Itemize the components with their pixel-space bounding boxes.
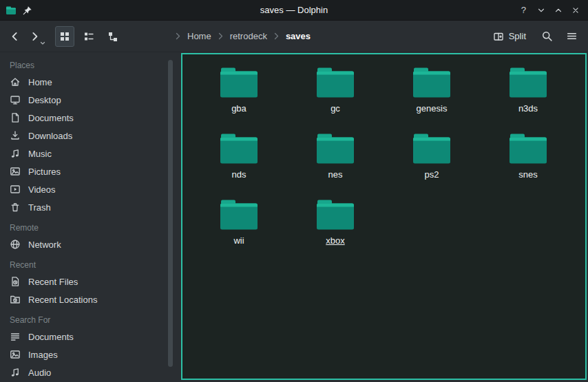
titlebar-left [0,5,32,16]
sidebar-item-label: Audio [28,368,51,378]
home-icon [10,76,21,87]
sidebar-item-label: Documents [28,113,74,123]
search-documents-icon [10,331,21,342]
folder-item-gc[interactable]: gc [287,54,384,120]
section-header: Search For [0,312,165,328]
icons-view-button[interactable] [55,26,74,47]
search-icon [541,30,553,42]
split-button[interactable]: Split [487,26,532,47]
desktop-icon [10,94,21,105]
tree-view-icon [107,31,118,42]
maximize-button[interactable] [549,2,567,19]
folder-label: ps2 [425,169,439,180]
caret-down-icon [40,41,45,45]
pin-icon[interactable] [23,6,32,15]
folder-item-gba[interactable]: gba [191,54,287,120]
sidebar-item-music[interactable]: Music [0,145,165,162]
forward-button[interactable] [25,26,44,47]
sidebar-item-images[interactable]: Images [0,346,165,363]
breadcrumb-item[interactable]: Home [187,31,211,41]
downloads-icon [10,130,21,141]
folder-view[interactable]: gba gc genesis n3ds nds nes [181,53,587,380]
breadcrumb-item[interactable]: saves [286,31,311,41]
sidebar-item-label: Recent Locations [28,295,97,305]
sidebar-item-desktop[interactable]: Desktop [0,91,165,109]
sidebar-item-label: Trash [28,202,51,213]
folder-item-genesis[interactable]: genesis [384,54,480,120]
sidebar-item-pictures[interactable]: Pictures [0,162,165,180]
sidebar-item-documents[interactable]: Documents [0,109,165,127]
music-icon [10,148,21,159]
split-icon [493,31,504,42]
folder-label: gba [231,103,246,114]
window-title: saves — Dolphin [0,5,588,15]
titlebar: saves — Dolphin ? [0,0,588,21]
breadcrumb: Home retrodeck saves [175,31,317,41]
folder-item-nds[interactable]: nds [191,120,287,187]
sidebar-item-label: Downloads [28,131,72,141]
sidebar-item-recent-files[interactable]: Recent Files [0,273,165,290]
sidebar-item-home[interactable]: Home [0,73,165,91]
sidebar-item-network[interactable]: Network [0,235,165,253]
sidebar-item-label: Videos [28,184,56,195]
sidebar-item-label: Network [28,240,61,250]
folder-item-ps2[interactable]: ps2 [384,120,480,187]
folder-item-nes[interactable]: nes [287,120,384,187]
close-icon [571,6,580,15]
section-search-for: Search For Documents Images Audio [0,312,165,381]
search-button[interactable] [537,26,556,47]
folder-item-n3ds[interactable]: n3ds [480,54,576,120]
pictures-icon [10,166,21,177]
hamburger-icon [566,30,578,42]
help-icon: ? [521,5,526,15]
folder-grid: gba gc genesis n3ds nds nes [182,54,585,253]
tree-view-button[interactable] [103,26,123,47]
recent-locations-icon [10,294,21,305]
toolbar-right: Split [487,26,581,47]
search-images-icon [10,349,21,360]
breadcrumb-segment-retrodeck: retrodeck [218,31,267,41]
section-header: Places [0,58,165,73]
sidebar-item-trash[interactable]: Trash [0,198,165,216]
recent-files-icon [10,276,21,287]
folder-icon [315,67,355,98]
section-places: Places Home Desktop Documents Downloads … [0,58,165,216]
close-button[interactable] [567,2,584,19]
sidebar-item-label: Recent Files [28,277,78,287]
search-audio-icon [10,367,21,378]
folder-icon [508,67,548,98]
sidebar-item-documents[interactable]: Documents [0,328,165,346]
folder-label: n3ds [518,103,538,114]
sidebar-scroll-strip [165,52,181,381]
back-icon [9,30,21,43]
sidebar-item-recent-locations[interactable]: Recent Locations [0,290,165,308]
back-button[interactable] [6,26,25,47]
app-folder-icon [6,5,17,16]
folder-item-xbox[interactable]: xbox [287,187,384,253]
sidebar-item-label: Images [28,350,58,360]
places-panel: Places Home Desktop Documents Downloads … [0,52,165,381]
breadcrumb-item[interactable]: retrodeck [230,31,267,41]
split-label: Split [509,31,526,41]
help-button[interactable]: ? [515,2,532,19]
icons-view-icon [59,31,70,42]
sidebar-item-audio[interactable]: Audio [0,363,165,381]
breadcrumb-segment-saves: saves [273,31,311,41]
minimize-button[interactable] [532,2,549,19]
menu-button[interactable] [562,26,581,47]
sidebar-scrollbar[interactable] [168,60,173,367]
folder-item-wii[interactable]: wii [191,187,287,253]
details-view-button[interactable] [79,26,98,47]
sidebar-item-label: Pictures [28,167,61,177]
folder-item-snes[interactable]: snes [480,120,576,187]
folder-label: snes [518,169,537,180]
sidebar-item-downloads[interactable]: Downloads [0,127,165,145]
section-recent: Recent Recent Files Recent Locations [0,257,165,308]
breadcrumb-segment-home: Home [175,31,211,41]
content: Places Home Desktop Documents Downloads … [0,52,588,381]
sidebar-item-label: Desktop [28,95,61,105]
network-icon [10,239,21,250]
trash-icon [10,202,21,213]
folder-icon [315,133,355,165]
sidebar-item-videos[interactable]: Videos [0,180,165,198]
